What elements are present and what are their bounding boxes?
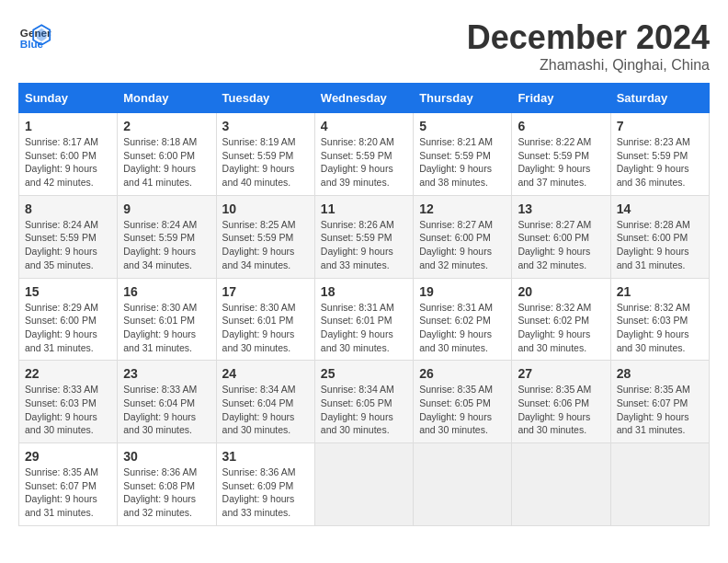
day-info: Sunrise: 8:31 AM Sunset: 6:02 PM Dayligh…	[419, 301, 506, 355]
logo-icon: General Blue	[18, 18, 51, 52]
day-info: Sunrise: 8:27 AM Sunset: 6:00 PM Dayligh…	[419, 218, 506, 272]
day-info: Sunrise: 8:33 AM Sunset: 6:03 PM Dayligh…	[25, 383, 111, 437]
weekday-header: Wednesday	[314, 84, 413, 113]
calendar-cell: 18Sunrise: 8:31 AM Sunset: 6:01 PM Dayli…	[314, 278, 413, 361]
calendar-cell: 31Sunrise: 8:36 AM Sunset: 6:09 PM Dayli…	[216, 443, 314, 526]
calendar-cell: 22Sunrise: 8:33 AM Sunset: 6:03 PM Dayli…	[19, 361, 118, 443]
day-number: 2	[123, 119, 210, 133]
day-number: 10	[222, 201, 309, 216]
day-number: 24	[222, 366, 309, 381]
calendar-cell: 11Sunrise: 8:26 AM Sunset: 5:59 PM Dayli…	[314, 195, 413, 278]
weekday-header: Tuesday	[216, 84, 314, 113]
page-header: General Blue December 2024 Zhamashi, Qin…	[18, 18, 710, 74]
month-title: December 2024	[467, 18, 710, 57]
calendar-cell: 20Sunrise: 8:32 AM Sunset: 6:02 PM Dayli…	[512, 278, 610, 361]
calendar-cell: 25Sunrise: 8:34 AM Sunset: 6:05 PM Dayli…	[314, 361, 413, 443]
calendar-cell: 24Sunrise: 8:34 AM Sunset: 6:04 PM Dayli…	[216, 361, 314, 443]
day-info: Sunrise: 8:30 AM Sunset: 6:01 PM Dayligh…	[123, 301, 210, 355]
day-number: 19	[419, 284, 506, 299]
location-title: Zhamashi, Qinghai, China	[467, 57, 710, 74]
day-info: Sunrise: 8:32 AM Sunset: 6:02 PM Dayligh…	[518, 301, 604, 355]
weekday-header: Sunday	[19, 84, 118, 113]
calendar-cell	[610, 443, 709, 526]
day-number: 26	[419, 366, 506, 381]
day-info: Sunrise: 8:24 AM Sunset: 5:59 PM Dayligh…	[123, 218, 210, 272]
calendar-cell: 14Sunrise: 8:28 AM Sunset: 6:00 PM Dayli…	[610, 195, 709, 278]
weekday-header-row: SundayMondayTuesdayWednesdayThursdayFrid…	[19, 84, 710, 113]
calendar-table: SundayMondayTuesdayWednesdayThursdayFrid…	[18, 83, 710, 526]
calendar-cell	[512, 443, 610, 526]
day-number: 22	[25, 366, 111, 381]
day-info: Sunrise: 8:24 AM Sunset: 5:59 PM Dayligh…	[25, 218, 111, 272]
calendar-cell: 19Sunrise: 8:31 AM Sunset: 6:02 PM Dayli…	[414, 278, 512, 361]
calendar-week-row: 8Sunrise: 8:24 AM Sunset: 5:59 PM Daylig…	[19, 195, 710, 278]
day-info: Sunrise: 8:26 AM Sunset: 5:59 PM Dayligh…	[321, 218, 407, 272]
calendar-cell: 10Sunrise: 8:25 AM Sunset: 5:59 PM Dayli…	[216, 195, 314, 278]
calendar-cell: 3Sunrise: 8:19 AM Sunset: 5:59 PM Daylig…	[216, 113, 314, 196]
day-number: 21	[617, 284, 703, 299]
day-number: 7	[617, 119, 703, 133]
day-number: 17	[222, 284, 309, 299]
calendar-cell: 12Sunrise: 8:27 AM Sunset: 6:00 PM Dayli…	[414, 195, 512, 278]
day-number: 27	[518, 366, 604, 381]
calendar-cell: 2Sunrise: 8:18 AM Sunset: 6:00 PM Daylig…	[118, 113, 216, 196]
calendar-cell: 15Sunrise: 8:29 AM Sunset: 6:00 PM Dayli…	[19, 278, 118, 361]
day-number: 15	[25, 284, 111, 299]
day-number: 30	[123, 449, 210, 464]
calendar-cell: 30Sunrise: 8:36 AM Sunset: 6:08 PM Dayli…	[118, 443, 216, 526]
day-number: 18	[321, 284, 407, 299]
day-info: Sunrise: 8:35 AM Sunset: 6:06 PM Dayligh…	[518, 383, 604, 437]
day-info: Sunrise: 8:31 AM Sunset: 6:01 PM Dayligh…	[321, 301, 407, 355]
weekday-header: Monday	[118, 84, 216, 113]
day-info: Sunrise: 8:22 AM Sunset: 5:59 PM Dayligh…	[518, 135, 604, 190]
day-info: Sunrise: 8:36 AM Sunset: 6:08 PM Dayligh…	[123, 465, 210, 520]
day-info: Sunrise: 8:28 AM Sunset: 6:00 PM Dayligh…	[617, 218, 703, 272]
day-info: Sunrise: 8:32 AM Sunset: 6:03 PM Dayligh…	[617, 301, 703, 355]
day-info: Sunrise: 8:33 AM Sunset: 6:04 PM Dayligh…	[123, 383, 210, 437]
calendar-week-row: 15Sunrise: 8:29 AM Sunset: 6:00 PM Dayli…	[19, 278, 710, 361]
calendar-cell: 5Sunrise: 8:21 AM Sunset: 5:59 PM Daylig…	[414, 113, 512, 196]
title-block: December 2024 Zhamashi, Qinghai, China	[467, 18, 710, 74]
day-info: Sunrise: 8:27 AM Sunset: 6:00 PM Dayligh…	[518, 218, 604, 272]
day-info: Sunrise: 8:18 AM Sunset: 6:00 PM Dayligh…	[123, 135, 210, 190]
day-number: 3	[222, 119, 309, 133]
calendar-week-row: 22Sunrise: 8:33 AM Sunset: 6:03 PM Dayli…	[19, 361, 710, 443]
day-number: 31	[222, 449, 309, 464]
day-info: Sunrise: 8:34 AM Sunset: 6:04 PM Dayligh…	[222, 383, 309, 437]
calendar-cell	[414, 443, 512, 526]
day-info: Sunrise: 8:35 AM Sunset: 6:07 PM Dayligh…	[617, 383, 703, 437]
calendar-cell: 28Sunrise: 8:35 AM Sunset: 6:07 PM Dayli…	[610, 361, 709, 443]
day-info: Sunrise: 8:23 AM Sunset: 5:59 PM Dayligh…	[617, 135, 703, 190]
calendar-cell: 1Sunrise: 8:17 AM Sunset: 6:00 PM Daylig…	[19, 113, 118, 196]
day-number: 29	[25, 449, 111, 464]
day-number: 11	[321, 201, 407, 216]
day-number: 6	[518, 119, 604, 133]
day-number: 13	[518, 201, 604, 216]
day-info: Sunrise: 8:19 AM Sunset: 5:59 PM Dayligh…	[222, 135, 309, 190]
day-number: 16	[123, 284, 210, 299]
day-info: Sunrise: 8:25 AM Sunset: 5:59 PM Dayligh…	[222, 218, 309, 272]
day-number: 9	[123, 201, 210, 216]
calendar-cell: 16Sunrise: 8:30 AM Sunset: 6:01 PM Dayli…	[118, 278, 216, 361]
calendar-cell: 29Sunrise: 8:35 AM Sunset: 6:07 PM Dayli…	[19, 443, 118, 526]
day-info: Sunrise: 8:35 AM Sunset: 6:05 PM Dayligh…	[419, 383, 506, 437]
day-number: 28	[617, 366, 703, 381]
day-info: Sunrise: 8:34 AM Sunset: 6:05 PM Dayligh…	[321, 383, 407, 437]
calendar-cell: 17Sunrise: 8:30 AM Sunset: 6:01 PM Dayli…	[216, 278, 314, 361]
day-number: 14	[617, 201, 703, 216]
day-info: Sunrise: 8:21 AM Sunset: 5:59 PM Dayligh…	[419, 135, 506, 190]
day-number: 23	[123, 366, 210, 381]
day-info: Sunrise: 8:29 AM Sunset: 6:00 PM Dayligh…	[25, 301, 111, 355]
day-number: 20	[518, 284, 604, 299]
calendar-cell: 4Sunrise: 8:20 AM Sunset: 5:59 PM Daylig…	[314, 113, 413, 196]
day-number: 5	[419, 119, 506, 133]
day-info: Sunrise: 8:36 AM Sunset: 6:09 PM Dayligh…	[222, 465, 309, 520]
day-info: Sunrise: 8:35 AM Sunset: 6:07 PM Dayligh…	[25, 465, 111, 520]
day-info: Sunrise: 8:17 AM Sunset: 6:00 PM Dayligh…	[25, 135, 111, 190]
calendar-cell: 6Sunrise: 8:22 AM Sunset: 5:59 PM Daylig…	[512, 113, 610, 196]
day-info: Sunrise: 8:30 AM Sunset: 6:01 PM Dayligh…	[222, 301, 309, 355]
calendar-week-row: 29Sunrise: 8:35 AM Sunset: 6:07 PM Dayli…	[19, 443, 710, 526]
calendar-cell: 21Sunrise: 8:32 AM Sunset: 6:03 PM Dayli…	[610, 278, 709, 361]
day-number: 4	[321, 119, 407, 133]
calendar-cell: 13Sunrise: 8:27 AM Sunset: 6:00 PM Dayli…	[512, 195, 610, 278]
